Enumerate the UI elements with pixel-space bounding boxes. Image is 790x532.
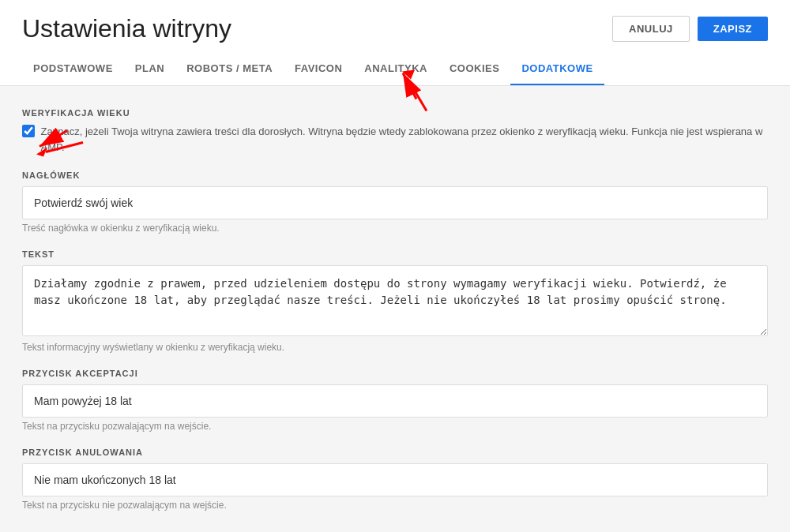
header-field-label: NAGŁÓWEK [22,170,768,180]
cancel-button-input[interactable] [22,463,768,496]
accept-button-section: PRZYCISK AKCEPTACJI Tekst na przycisku p… [22,369,768,432]
cancel-button-hint: Tekst na przycisku nie pozwalającym na w… [22,500,768,511]
tab-podstawowe[interactable]: PODSTAWOWE [22,53,124,85]
cancel-button-label: PRZYCISK ANULOWANIA [22,448,768,457]
header-field-input[interactable] [22,186,768,219]
header-actions: ANULUJ ZAPISZ [612,16,768,42]
age-verification-section: WERYFIKACJA WIEKU Zaznacz, jeżeli Twoja … [22,108,768,155]
age-verification-desc: Zaznacz, jeżeli Twoja witryna zawiera tr… [41,124,768,155]
text-field-textarea[interactable] [22,265,768,336]
tab-dodatkowe[interactable]: DODATKOWE [510,53,604,85]
cancel-button-section: PRZYCISK ANULOWANIA Tekst na przycisku n… [22,448,768,511]
tab-robots-meta[interactable]: ROBOTS / META [175,53,284,85]
header-field-hint: Treść nagłówka w okienku z weryfikacją w… [22,223,768,234]
cancel-button[interactable]: ANULUJ [612,16,690,42]
text-field-hint: Tekst informacyjny wyświetlany w okienku… [22,342,768,353]
tab-plan[interactable]: PLAN [124,53,175,85]
age-verification-checkbox[interactable] [22,125,35,137]
tab-cookies[interactable]: COOKIES [438,53,510,85]
page-header: Ustawienia witryny ANULUJ ZAPISZ [0,0,790,53]
tab-favicon[interactable]: FAVICON [284,53,353,85]
save-button[interactable]: ZAPISZ [698,17,768,41]
tab-bar: PODSTAWOWE PLAN ROBOTS / META FAVICON AN… [0,53,790,86]
accept-button-input[interactable] [22,384,768,418]
accept-button-label: PRZYCISK AKCEPTACJI [22,369,768,378]
page-title: Ustawienia witryny [22,14,231,43]
header-field-section: NAGŁÓWEK Treść nagłówka w okienku z wery… [22,170,768,234]
text-field-label: TEKST [22,249,768,259]
accept-button-hint: Tekst na przycisku pozwalającym na wejśc… [22,421,768,432]
text-field-section: TEKST Tekst informacyjny wyświetlany w o… [22,249,768,353]
age-verification-label: WERYFIKACJA WIEKU [22,108,768,118]
content-area: WERYFIKACJA WIEKU Zaznacz, jeżeli Twoja … [0,86,790,532]
age-verification-checkbox-row: Zaznacz, jeżeli Twoja witryna zawiera tr… [22,124,768,155]
tab-analityka[interactable]: ANALITYKA [353,53,438,85]
